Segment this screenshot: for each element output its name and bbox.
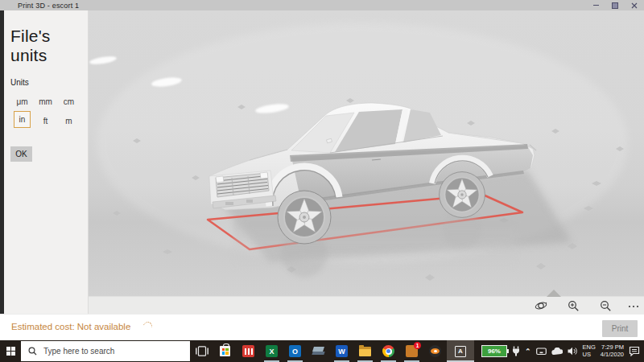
- battery-indicator[interactable]: 96%: [481, 345, 507, 357]
- minimize-icon: [593, 5, 599, 6]
- estimated-cost-text: Estimated cost: Not available: [11, 322, 130, 331]
- system-tray: 96% ⌃ ENG US 7:29 PM 4: [481, 340, 644, 362]
- 3d-viewport[interactable]: [89, 10, 644, 296]
- rear-wheel: [440, 172, 485, 218]
- taskbar-app-red-stripes[interactable]: [237, 340, 260, 362]
- window-title: Print 3D - escort 1: [0, 2, 79, 10]
- clock[interactable]: 7:29 PM 4/1/2020: [601, 344, 624, 358]
- blender-icon: [429, 345, 441, 357]
- minimize-button[interactable]: [586, 0, 605, 10]
- zoom-out-icon: [600, 300, 612, 312]
- taskbar-app-excel[interactable]: X: [260, 340, 283, 362]
- print-button[interactable]: Print: [602, 320, 638, 337]
- unit-option-in-selected[interactable]: in: [14, 111, 31, 128]
- unit-options: μm mm cm in ft m: [10, 92, 88, 130]
- print3d-icon: A: [455, 346, 466, 357]
- unit-option-m[interactable]: m: [57, 111, 80, 130]
- maximize-icon: [612, 2, 618, 9]
- action-center-icon[interactable]: [629, 346, 640, 356]
- language-line2: US: [583, 352, 596, 359]
- close-icon: [631, 2, 638, 9]
- zoom-in-button[interactable]: [565, 299, 581, 312]
- orbit-view-button[interactable]: [533, 299, 549, 312]
- zoom-in-icon: [568, 300, 580, 312]
- 3d-scene: [89, 10, 644, 296]
- 3d-builder-icon: [312, 345, 324, 357]
- notification-badge: 1: [414, 342, 421, 349]
- windows-logo-icon: [6, 347, 15, 356]
- file-units-panel: File's units Units μm mm cm in ft m OK: [4, 10, 89, 314]
- taskbar-search[interactable]: [21, 341, 190, 361]
- taskbar-app-file-explorer[interactable]: [353, 340, 377, 362]
- orange-app-icon: 1: [406, 345, 418, 357]
- date-text: 4/1/2020: [601, 352, 624, 359]
- taskbar-app-blender[interactable]: [423, 340, 447, 362]
- more-options-button[interactable]: [625, 299, 642, 312]
- unit-option-um[interactable]: μm: [10, 92, 34, 111]
- taskbar-app-orange[interactable]: 1: [400, 340, 423, 362]
- ok-button[interactable]: OK: [10, 146, 32, 162]
- windows-taskbar: X O W 1 A: [0, 340, 644, 362]
- front-wheel: [278, 191, 331, 244]
- print3d-window: Print 3D - escort 1 File's units Units μ…: [0, 0, 644, 362]
- outlook-icon: O: [289, 345, 301, 357]
- task-view-icon: [196, 346, 208, 356]
- file-explorer-icon: [359, 347, 371, 356]
- taskbar-app-task-view[interactable]: [190, 340, 213, 362]
- taskbar-app-print3d-active[interactable]: A: [447, 340, 474, 362]
- viewport-toolbar: [89, 296, 644, 314]
- more-options-icon: [627, 300, 640, 312]
- units-label: Units: [10, 78, 88, 87]
- onedrive-cloud-icon[interactable]: [551, 348, 563, 356]
- status-bar: Estimated cost: Not available Print: [0, 314, 644, 340]
- start-button[interactable]: [0, 340, 21, 362]
- taskbar-app-3d-builder[interactable]: [307, 340, 330, 362]
- zoom-out-button[interactable]: [597, 299, 613, 312]
- search-icon: [28, 347, 37, 356]
- taskbar-app-outlook[interactable]: O: [283, 340, 307, 362]
- excel-icon: X: [266, 345, 278, 357]
- title-bar: Print 3D - escort 1: [0, 0, 644, 10]
- orbit-view-icon: [535, 299, 547, 312]
- collapse-toolbar-caret[interactable]: [547, 290, 561, 297]
- language-indicator[interactable]: ENG US: [583, 344, 596, 358]
- microsoft-store-icon: [220, 346, 230, 356]
- loading-spinner-icon: [142, 320, 154, 332]
- unit-option-mm[interactable]: mm: [34, 92, 57, 111]
- unit-option-ft[interactable]: ft: [34, 111, 57, 130]
- taskbar-app-microsoft-store[interactable]: [213, 340, 237, 362]
- panel-heading: File's units: [10, 27, 88, 65]
- red-stripes-icon: [242, 345, 254, 357]
- taskbar-app-chrome[interactable]: [377, 340, 400, 362]
- device-icon[interactable]: [536, 348, 547, 356]
- search-input[interactable]: [42, 346, 174, 356]
- close-button[interactable]: [625, 0, 644, 10]
- word-icon: W: [336, 345, 348, 357]
- maximize-button[interactable]: [605, 0, 625, 10]
- unit-option-cm[interactable]: cm: [57, 92, 80, 111]
- taskbar-app-word[interactable]: W: [330, 340, 353, 362]
- hidden-icons-chevron[interactable]: ⌃: [525, 348, 531, 356]
- power-plug-icon[interactable]: [512, 346, 520, 356]
- speaker-icon[interactable]: [568, 347, 578, 356]
- chrome-icon: [382, 345, 394, 357]
